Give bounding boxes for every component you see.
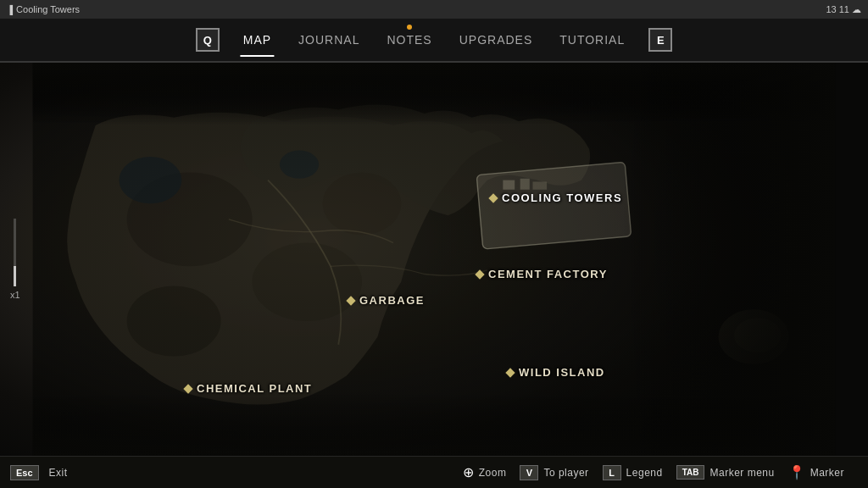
title-bar: ▐ Cooling Towers 13 11 ☁ xyxy=(0,0,868,19)
chemical-plant-diamond xyxy=(183,384,192,393)
svg-rect-18 xyxy=(620,63,835,456)
cooling-towers-diamond xyxy=(488,193,498,202)
tab-journal[interactable]: Journal xyxy=(285,30,373,50)
to-player-item[interactable]: V To player xyxy=(520,465,588,480)
map-terrain-svg xyxy=(0,63,868,456)
chemical-plant-label[interactable]: CHEMICAL PLANT xyxy=(185,382,312,395)
to-player-label: To player xyxy=(543,467,588,479)
tab-upgrades[interactable]: Upgrades xyxy=(446,30,547,50)
zoom-item: ⊕ Zoom xyxy=(463,464,507,480)
cooling-towers-label[interactable]: COOLING TOWERS xyxy=(490,191,622,204)
garbage-label[interactable]: GARBAGE xyxy=(348,294,425,307)
nav-bar: Q Map Journal Notes Upgrades Tutorial E xyxy=(0,19,868,63)
exit-label: Exit xyxy=(49,467,68,479)
cement-factory-diamond xyxy=(475,269,484,279)
time-display: 13 11 ☁ xyxy=(826,4,861,15)
v-key[interactable]: V xyxy=(520,465,538,480)
wild-island-diamond xyxy=(505,368,515,377)
tab-key[interactable]: TAB xyxy=(676,465,705,480)
legend-item[interactable]: L Legend xyxy=(603,465,663,480)
marker-label: Marker xyxy=(810,467,844,479)
zoom-icon: ⊕ xyxy=(463,464,474,480)
zoom-value: x1 xyxy=(10,290,20,300)
wild-island-label[interactable]: WILD ISLAND xyxy=(507,366,605,379)
zoom-indicator: x1 xyxy=(10,219,20,300)
l-key[interactable]: L xyxy=(603,465,621,480)
signal-icon: ▐ xyxy=(7,5,13,14)
tab-tutorial[interactable]: Tutorial xyxy=(546,30,638,50)
app-title: Cooling Towers xyxy=(16,4,80,14)
zoom-label: Zoom xyxy=(479,467,507,479)
marker-item[interactable]: 📍 Marker xyxy=(788,464,844,480)
legend-label: Legend xyxy=(626,467,663,479)
marker-icon: 📍 xyxy=(788,464,805,480)
bottom-bar: Esc Exit ⊕ Zoom V To player L Legend TAB… xyxy=(0,456,868,488)
garbage-diamond xyxy=(346,296,355,305)
cement-factory-label[interactable]: CEMENT FACTORY xyxy=(476,268,608,280)
q-key-button[interactable]: Q xyxy=(196,28,220,52)
zoom-bar xyxy=(14,219,16,286)
e-key-button[interactable]: E xyxy=(648,28,672,52)
tab-map[interactable]: Map xyxy=(230,30,285,50)
esc-key[interactable]: Esc xyxy=(10,465,39,480)
marker-menu-label: Marker menu xyxy=(709,467,774,479)
tab-notes[interactable]: Notes xyxy=(373,30,445,50)
marker-menu-item[interactable]: TAB Marker menu xyxy=(676,465,775,480)
zoom-bar-fill xyxy=(14,266,16,286)
map-area[interactable]: COOLING TOWERS CEMENT FACTORY GARBAGE CH… xyxy=(0,63,868,456)
esc-item[interactable]: Esc Exit xyxy=(10,465,68,480)
